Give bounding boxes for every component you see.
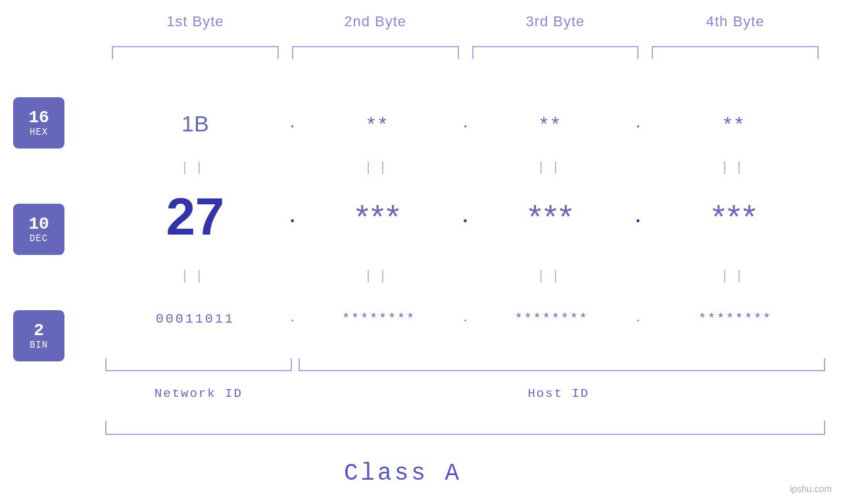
hex-dot-3: . [631,116,645,132]
dec-value-row: 27 . *** . *** . *** [105,181,825,253]
network-host-brackets [105,358,825,371]
byte2-header: 2nd Byte [285,13,466,30]
bin-dot-2: . [458,313,473,325]
dec-badge: 10 DEC [13,204,64,255]
dec-badge-number: 10 [28,215,49,234]
network-bracket [105,358,292,371]
bracket-4 [652,46,819,59]
bin-value-row: 00011011 . ******** . ******** . *******… [105,292,825,345]
dec-cell-3: *** [472,198,631,236]
hex-dot-1: . [285,116,300,132]
dec-dot-3: . [631,207,645,227]
hex-badge-number: 16 [28,108,49,127]
byte4-header: 4th Byte [645,13,825,30]
equals-2-cell4: || [645,269,825,284]
bin-cell-1: 00011011 [105,311,285,327]
hex-value-row: 1B . ** . ** . ** [105,97,825,150]
hex-cell-3: ** [472,112,631,135]
equals-1-cell1: || [105,160,285,175]
equals-1-cell4: || [645,160,825,175]
hex-badge: 16 HEX [13,97,64,149]
bin-cell-3: ******** [472,311,631,327]
dec-cell-1: 27 [105,187,285,247]
equals-2-cell2: || [300,269,458,284]
equals-1-cell2: || [300,160,458,175]
equals-row-1: || || || || [105,154,825,181]
main-container: 1st Byte 2nd Byte 3rd Byte 4th Byte 16 H… [0,0,845,504]
hex-badge-label: HEX [30,127,48,137]
equals-row-2: || || || || [105,263,825,289]
equals-2-cell3: || [472,269,631,284]
bin-dot-3: . [631,313,645,325]
dec-cell-4: *** [645,198,825,236]
bin-badge-number: 2 [34,321,44,340]
byte3-header: 3rd Byte [466,13,646,30]
host-id-label: Host ID [292,386,825,401]
byte1-header: 1st Byte [105,13,285,30]
bracket-2 [292,46,459,59]
dec-badge-label: DEC [30,233,48,244]
bin-cell-4: ******** [645,311,825,327]
network-id-label: Network ID [105,386,292,401]
bracket-3 [472,46,639,59]
dec-dot-1: . [285,207,300,227]
hex-cell-2: ** [300,112,458,135]
id-labels-row: Network ID Host ID [105,386,825,401]
class-label: Class A [0,460,806,487]
dec-cell-2: *** [300,198,458,236]
equals-2-cell1: || [105,269,285,284]
bracket-1 [112,46,279,59]
host-bracket [299,358,825,371]
bin-badge-label: BIN [30,340,48,350]
dec-dot-2: . [458,207,473,227]
equals-1-cell3: || [472,160,631,175]
hex-cell-4: ** [645,112,825,135]
top-brackets [105,46,825,59]
byte-headers: 1st Byte 2nd Byte 3rd Byte 4th Byte [105,13,825,30]
hex-dot-2: . [458,116,473,132]
bin-dot-1: . [285,313,300,325]
watermark: ipshu.com [790,484,832,494]
bin-badge: 2 BIN [13,310,64,361]
bin-cell-2: ******** [300,311,458,327]
class-bracket [105,421,825,435]
hex-cell-1: 1B [105,111,285,137]
